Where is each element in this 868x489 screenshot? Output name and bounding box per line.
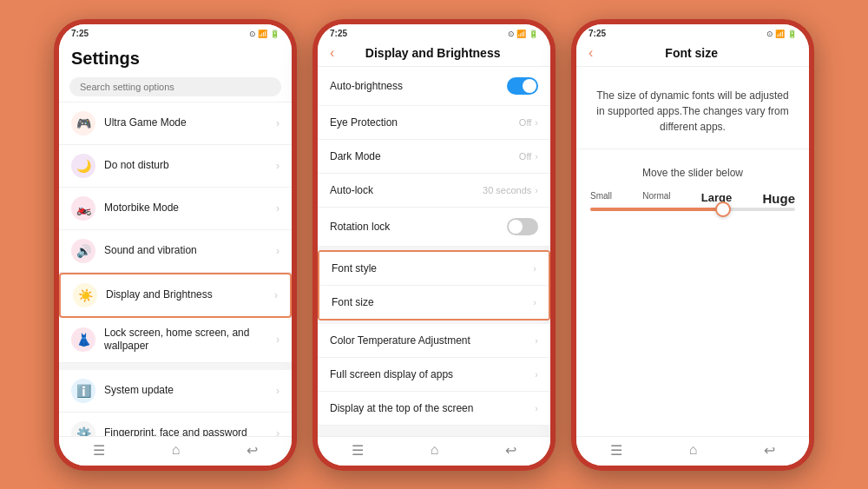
nav-menu-2[interactable]: ☰ [352,442,364,459]
eye-protection-label: Eye Protection [330,116,519,129]
display-top-label: Display at the top of the screen [330,402,535,414]
dark-mode-item[interactable]: Dark Mode Off › [318,140,550,174]
ultra-game-chevron: › [276,117,279,129]
color-temp-item[interactable]: Color Temperature Adjustment › [318,324,550,358]
eye-protection-value: Off [519,117,531,128]
status-icons-2: ⊙ 📶 🔋 [508,30,538,38]
font-screen-content: The size of dynamic fonts will be adjust… [576,67,809,436]
slider-fill [590,208,723,211]
fingerprint-icon: ⚙️ [71,421,95,436]
do-not-disturb-label: Do not disturb [104,159,276,173]
lock-screen-label: Lock screen, home screen, and wallpaper [104,327,276,354]
rotation-lock-item[interactable]: Rotation lock [318,208,550,247]
font-size-item[interactable]: Font size › [319,286,549,319]
full-screen-chevron: › [535,369,538,380]
display-chevron: › [274,289,278,301]
font-style-label: Font style [332,262,533,274]
move-slider-label: Move the slider below [590,167,795,179]
status-time-3: 7:25 [589,29,606,38]
watermark: THE ANDROID PORTAL [798,185,806,304]
color-temp-label: Color Temperature Adjustment [330,334,535,347]
slider-labels-row: Small Normal Large Huge [590,191,795,211]
auto-lock-label: Auto-lock [330,184,483,196]
setting-system-update[interactable]: ℹ️ System update › [59,370,292,413]
nav-back-1[interactable]: ↩ [247,442,258,459]
nav-home-2[interactable]: ⌂ [431,442,439,458]
nav-home-1[interactable]: ⌂ [172,442,181,458]
rotation-lock-label: Rotation lock [330,221,507,233]
auto-brightness-toggle[interactable] [507,77,538,95]
settings-title: Settings [59,42,292,72]
system-update-label: System update [104,384,276,398]
auto-lock-value: 30 seconds [483,185,531,195]
back-button-2[interactable]: ‹ [330,45,334,61]
rotation-lock-toggle[interactable] [507,218,538,235]
display-icon: ☀️ [73,283,97,307]
nav-menu-1[interactable]: ☰ [93,442,105,459]
setting-ultra-game[interactable]: 🎮 Ultra Game Mode › [59,102,292,145]
full-screen-label: Full screen display of apps [330,368,535,380]
status-icons-3: ⊙ 📶 🔋 [766,30,797,38]
display-top-item[interactable]: Display at the top of the screen › [318,392,550,426]
display-list: Auto-brightness Eye Protection Off › Dar… [318,67,550,436]
font-size-label: Font size [332,296,533,308]
dark-mode-chevron: › [535,151,538,162]
setting-fingerprint[interactable]: ⚙️ Fingerprint, face and password › [59,413,292,436]
do-not-disturb-icon: 🌙 [71,154,95,178]
font-section-highlighted: Font style › Font size › [318,250,550,320]
eye-protection-chevron: › [535,117,538,128]
setting-lock-screen[interactable]: 👗 Lock screen, home screen, and wallpape… [59,318,292,363]
system-update-icon: ℹ️ [71,379,95,403]
status-icons-1: ⊙ 📶 🔋 [249,30,279,38]
setting-display[interactable]: ☀️ Display and Brightness › [59,273,292,318]
slider-label-huge: Huge [763,191,796,206]
slider-labels: Small Normal Large Huge [590,191,795,206]
bottom-nav-1: ☰ ⌂ ↩ [59,436,292,466]
nav-home-3[interactable]: ⌂ [689,442,698,458]
auto-brightness-label: Auto-brightness [330,80,507,92]
status-time-1: 7:25 [71,29,89,38]
display-header: ‹ Display and Brightness [318,42,550,67]
search-input[interactable] [69,77,281,96]
font-style-chevron: › [533,263,536,274]
bottom-nav-3: ☰ ⌂ ↩ [576,436,809,466]
nav-menu-3[interactable]: ☰ [610,442,622,459]
motorbike-label: Motorbike Mode [104,202,276,215]
slider-track[interactable] [590,208,795,211]
slider-thumb[interactable] [715,202,731,217]
bottom-nav-2: ☰ ⌂ ↩ [318,436,550,466]
ultra-game-label: Ultra Game Mode [104,116,276,130]
slider-label-small: Small [590,191,612,206]
do-not-disturb-chevron: › [276,160,279,172]
back-button-3[interactable]: ‹ [589,45,593,61]
setting-do-not-disturb[interactable]: 🌙 Do not disturb › [59,145,292,188]
section-gap-1 [59,363,292,370]
fingerprint-label: Fingerprint, face and password [104,426,276,436]
lock-screen-chevron: › [276,334,279,346]
font-screen-title: Font size [600,46,783,60]
font-style-item[interactable]: Font style › [319,252,549,286]
setting-sound[interactable]: 🔊 Sound and vibration › [59,230,292,273]
auto-brightness-item[interactable]: Auto-brightness [318,67,550,106]
display-label: Display and Brightness [106,288,274,302]
display-top-chevron: › [535,403,538,413]
full-screen-item[interactable]: Full screen display of apps › [318,358,550,392]
status-time-2: 7:25 [330,29,347,38]
phone-1: 7:25 ⊙ 📶 🔋 Settings 🎮 Ultra Game Mode › … [54,19,297,471]
motorbike-icon: 🏍️ [71,196,95,221]
fingerprint-chevron: › [276,427,279,436]
phones-container: 7:25 ⊙ 📶 🔋 Settings 🎮 Ultra Game Mode › … [0,0,868,489]
font-description: The size of dynamic fonts will be adjust… [576,67,809,149]
setting-motorbike[interactable]: 🏍️ Motorbike Mode › [59,188,292,230]
phone-2: 7:25 ⊙ 📶 🔋 ‹ Display and Brightness Auto… [312,19,556,471]
slider-label-normal: Normal [642,191,670,206]
nav-back-2[interactable]: ↩ [505,442,516,459]
status-bar-3: 7:25 ⊙ 📶 🔋 [576,24,809,42]
auto-lock-item[interactable]: Auto-lock 30 seconds › [318,174,550,208]
nav-back-3[interactable]: ↩ [764,442,775,459]
phone-3: 7:25 ⊙ 📶 🔋 ‹ Font size The size of dynam… [571,19,814,471]
dark-mode-value: Off [519,151,531,162]
eye-protection-item[interactable]: Eye Protection Off › [318,106,550,140]
status-bar-1: 7:25 ⊙ 📶 🔋 [59,24,292,42]
sound-chevron: › [276,245,279,257]
